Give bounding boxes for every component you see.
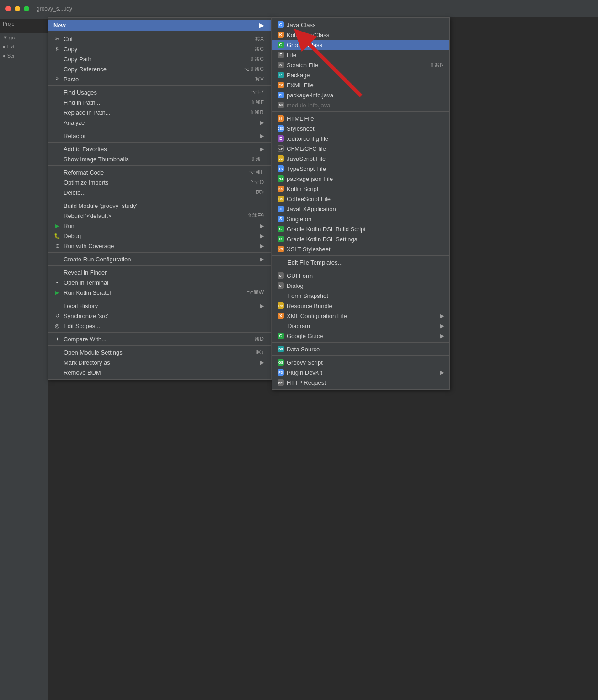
menu-item-optimize-imports[interactable]: Optimize Imports ^⌥O	[48, 177, 271, 187]
run-icon: ▶	[53, 222, 61, 229]
menu-item-refactor[interactable]: Refactor ▶	[48, 131, 271, 141]
menu-item-find-usages[interactable]: Find Usages ⌥F7	[48, 87, 271, 97]
menu-item-add-to-favorites[interactable]: Add to Favorites ▶	[48, 144, 271, 154]
history-icon	[53, 302, 61, 309]
menu-item-coffeescript[interactable]: CS CoffeeScript File	[272, 194, 449, 204]
menu-item-debug[interactable]: 🐛 Debug ▶	[48, 231, 271, 241]
menu-item-groovy-class[interactable]: G Groovy Class	[272, 40, 449, 50]
java-class-icon: C	[278, 21, 284, 28]
menu-item-delete[interactable]: Delete... ⌦	[48, 187, 271, 197]
menu-item-run-kotlin-scratch[interactable]: ▶ Run Kotlin Scratch ⌥⌘W	[48, 287, 271, 297]
menu-item-javafx[interactable]: JF JavaFXApplication	[272, 204, 449, 214]
menu-item-scratch-file[interactable]: S Scratch File ⇧⌘N	[272, 60, 449, 70]
menu-item-run-with-coverage[interactable]: ⊙ Run with Coverage ▶	[48, 241, 271, 251]
menu-item-gradle-kotlin-build[interactable]: G Gradle Kotlin DSL Build Script	[272, 224, 449, 234]
menu-item-google-guice[interactable]: G Google Guice ▶	[272, 331, 449, 341]
menu-item-show-thumbnails[interactable]: Show Image Thumbnails ⇧⌘T	[48, 154, 271, 164]
menu-item-edit-scopes[interactable]: ◎ Edit Scopes...	[48, 321, 271, 331]
menu-item-fxml[interactable]: FX FXML File	[272, 80, 449, 90]
menu-item-kotlin-file[interactable]: K Kotlin File/Class	[272, 30, 449, 40]
project-label: Proje	[0, 19, 48, 33]
kotlin-script-label: Kotlin Script	[287, 186, 318, 192]
menu-item-find-in-path[interactable]: Find in Path... ⇧⌘F	[48, 97, 271, 107]
menu-item-gui-form[interactable]: UI GUI Form	[272, 270, 449, 281]
menu-item-paste[interactable]: ⎗ Paste ⌘V	[48, 74, 271, 84]
menu-item-javascript[interactable]: JS JavaScript File	[272, 154, 449, 164]
minimize-button[interactable]	[15, 6, 20, 11]
menu-item-cut[interactable]: ✂ Cut ⌘X	[48, 34, 271, 44]
menu-item-groovy-script[interactable]: GS Groovy Script	[272, 357, 449, 367]
menu-item-file[interactable]: F File	[272, 50, 449, 60]
menu-item-editorconfig[interactable]: E .editorconfig file	[272, 133, 449, 143]
menu-item-new[interactable]: New ▶	[48, 20, 271, 31]
history-arrow: ▶	[260, 303, 264, 309]
menu-item-reveal-in-finder[interactable]: Reveal in Finder	[48, 267, 271, 277]
javascript-label: JavaScript File	[287, 155, 326, 162]
cut-icon: ✂	[53, 35, 61, 42]
menu-item-build-module[interactable]: Build Module 'groovy_study'	[48, 201, 271, 211]
menu-item-kotlin-script[interactable]: KS Kotlin Script	[272, 184, 449, 194]
copy-shortcut: ⌘C	[254, 46, 264, 52]
coverage-arrow: ▶	[260, 243, 264, 249]
close-button[interactable]	[5, 6, 11, 11]
menu-item-synchronize[interactable]: ↺ Synchronize 'src'	[48, 311, 271, 321]
menu-item-reformat[interactable]: Reformat Code ⌥⌘L	[48, 167, 271, 177]
package-info-icon: PI	[278, 92, 284, 98]
menu-item-form-snapshot[interactable]: Form Snapshot	[272, 291, 449, 301]
maximize-button[interactable]	[24, 6, 29, 11]
menu-item-gradle-kotlin-settings[interactable]: G Gradle Kotlin DSL Settings	[272, 234, 449, 244]
menu-item-remove-bom[interactable]: Remove BOM	[48, 367, 271, 377]
sidebar-item-ext[interactable]: ■ Ext	[0, 42, 48, 51]
menu-item-local-history[interactable]: Local History ▶	[48, 301, 271, 311]
menu-item-copy-reference[interactable]: Copy Reference ⌥⇧⌘C	[48, 64, 271, 74]
menu-item-plugin-devkit[interactable]: PD Plugin DevKit ▶	[272, 367, 449, 377]
menu-item-analyze[interactable]: Analyze ▶	[48, 117, 271, 127]
menu-item-typescript[interactable]: TS TypeScript File	[272, 164, 449, 174]
menu-item-resource-bundle[interactable]: RB Resource Bundle	[272, 301, 449, 311]
diagram-icon	[278, 322, 285, 329]
window-title: groovy_s...udy	[37, 5, 72, 12]
menu-item-rebuild[interactable]: Rebuild '<default>' ⇧⌘F9	[48, 211, 271, 221]
gradle-kotlin-settings-label: Gradle Kotlin DSL Settings	[287, 236, 357, 243]
menu-item-diagram[interactable]: Diagram ▶	[272, 321, 449, 331]
sep9	[48, 332, 271, 333]
kotlin-file-label: Kotlin File/Class	[287, 32, 329, 38]
menu-item-dialog[interactable]: UI Dialog	[272, 281, 449, 291]
menu-item-xslt[interactable]: XS XSLT Stylesheet	[272, 244, 449, 254]
menu-item-run[interactable]: ▶ Run ▶	[48, 221, 271, 231]
coffeescript-label: CoffeeScript File	[287, 196, 331, 202]
menu-item-http-request[interactable]: API HTTP Request	[272, 377, 449, 387]
menu-item-package[interactable]: P Package	[272, 70, 449, 80]
menu-item-open-in-terminal[interactable]: ▪ Open in Terminal	[48, 277, 271, 287]
menu-item-cfml[interactable]: CF CFML/CFC file	[272, 143, 449, 154]
menu-item-package-info[interactable]: PI package-info.java	[272, 90, 449, 100]
sidebar-item-gro[interactable]: ▼ gro	[0, 33, 48, 42]
menu-item-module-info[interactable]: MI module-info.java	[272, 100, 449, 110]
menu-item-java-class[interactable]: C Java Class	[272, 20, 449, 30]
menu-item-edit-templates[interactable]: Edit File Templates...	[272, 257, 449, 267]
menu-item-mark-directory-as[interactable]: Mark Directory as ▶	[48, 357, 271, 367]
compare-label: Compare With...	[64, 336, 107, 343]
menu-item-copy[interactable]: ⎘ Copy ⌘C	[48, 44, 271, 54]
menu-item-package-json[interactable]: NJ package.json File	[272, 174, 449, 184]
sidebar-item-scr[interactable]: ● Scr	[0, 51, 48, 60]
menu-item-copy-path[interactable]: Copy Path ⇧⌘C	[48, 54, 271, 64]
menu-item-create-run-config[interactable]: Create Run Configuration ▶	[48, 254, 271, 264]
menu-item-singleton[interactable]: S Singleton	[272, 214, 449, 224]
singleton-icon: S	[278, 216, 284, 222]
copy-ref-icon	[53, 65, 61, 73]
menu-item-xml-config[interactable]: X XML Configuration File ▶	[272, 311, 449, 321]
menu-item-open-module-settings[interactable]: Open Module Settings ⌘↓	[48, 347, 271, 357]
menu-item-replace-in-path[interactable]: Replace in Path... ⇧⌘R	[48, 107, 271, 117]
menu-item-compare-with[interactable]: ✦ Compare With... ⌘D	[48, 334, 271, 344]
http-request-label: HTTP Request	[287, 379, 326, 386]
finder-label: Reveal in Finder	[64, 269, 107, 276]
compare-shortcut: ⌘D	[254, 336, 264, 342]
coffee-icon: CS	[278, 196, 284, 202]
sep1	[48, 85, 271, 86]
menu-item-html[interactable]: H HTML File	[272, 113, 449, 123]
coverage-icon: ⊙	[53, 242, 61, 249]
menu-item-data-source[interactable]: DS Data Source	[272, 344, 449, 354]
menu-item-stylesheet[interactable]: CSS Stylesheet	[272, 123, 449, 133]
reformat-icon	[53, 169, 61, 176]
